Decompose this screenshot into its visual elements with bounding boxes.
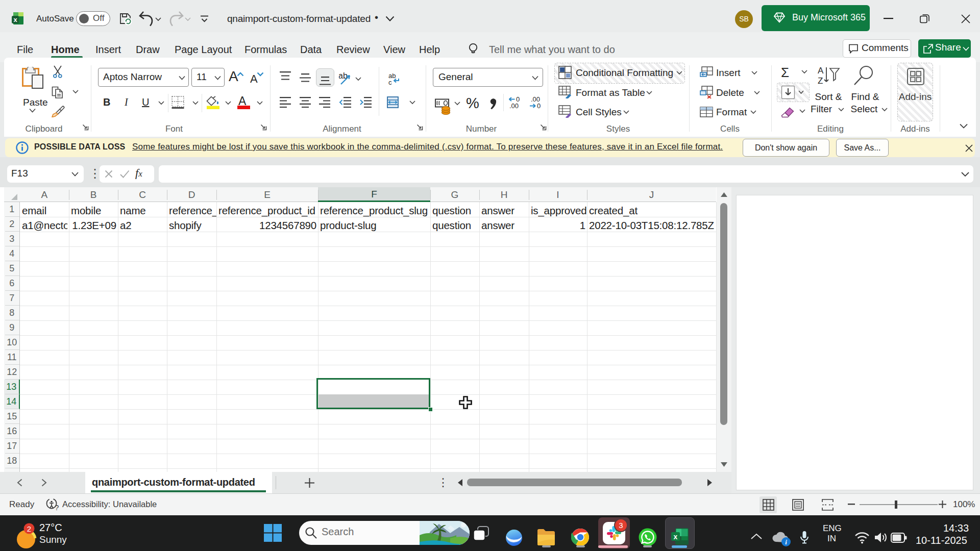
svg-text:0: 0 <box>537 102 541 109</box>
svg-text:A: A <box>818 66 824 76</box>
svg-text:?: ? <box>55 503 59 511</box>
svg-text:2: 2 <box>27 524 31 533</box>
svg-text:c: c <box>388 79 392 85</box>
svg-text:Z: Z <box>818 76 823 86</box>
svg-text:.00: .00 <box>509 102 519 109</box>
svg-text:i: i <box>785 538 787 546</box>
svg-text:x: x <box>674 533 678 541</box>
svg-text:x: x <box>13 16 17 23</box>
